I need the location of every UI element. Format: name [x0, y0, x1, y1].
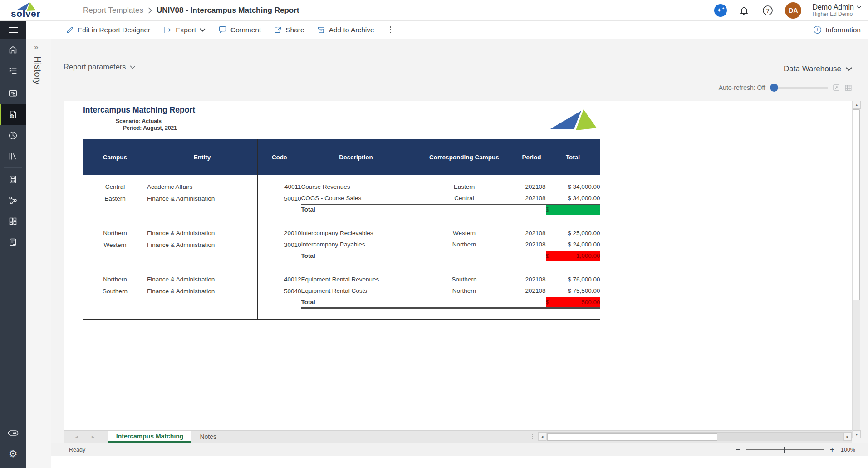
sidebar-item-tasks[interactable]	[0, 60, 26, 81]
help-icon[interactable]: ?	[761, 4, 774, 17]
total-status-cell: $ -	[546, 204, 600, 215]
user-menu[interactable]: Demo Admin Higher Ed Demo	[812, 3, 862, 17]
sheet-tab-strip: ◄ ► Intercampus Matching Notes ◄ ►	[64, 430, 852, 443]
home-icon	[8, 45, 18, 54]
spacer-row	[83, 261, 600, 273]
svg-text:?: ?	[766, 7, 770, 14]
data-warehouse-dropdown[interactable]: Data Warehouse	[784, 64, 852, 74]
checklist-icon	[8, 66, 18, 75]
tab-intercampus-matching[interactable]: Intercampus Matching	[108, 431, 192, 443]
export-icon	[163, 26, 172, 34]
table-row: Eastern Finance & Administration 50010 C…	[83, 192, 600, 204]
sidebar-item-history[interactable]	[0, 125, 26, 146]
hamburger-icon	[8, 26, 18, 34]
share-button[interactable]: Share	[274, 26, 304, 34]
horizontal-scrollbar[interactable]: ◄ ►	[538, 432, 852, 441]
col-code: Code	[258, 139, 301, 175]
zoom-out-button[interactable]: −	[736, 446, 740, 453]
report-table: Campus Entity Code Description Correspon…	[83, 139, 600, 320]
report-dollar-icon: $	[8, 110, 18, 119]
user-org: Higher Ed Demo	[812, 11, 862, 17]
svg-text:$: $	[11, 114, 13, 118]
report-search-icon	[8, 89, 18, 99]
table-header-row: Campus Entity Code Description Correspon…	[83, 139, 600, 175]
auto-refresh-control: Auto-refresh: Off	[719, 84, 852, 92]
zoom-control: − + 100%	[736, 446, 855, 453]
toggle-pill-icon	[8, 430, 19, 436]
scroll-right-button[interactable]: ►	[843, 433, 852, 441]
add-to-archive-button[interactable]: Add to Archive	[317, 26, 374, 34]
solver-logo[interactable]: solver	[0, 1, 51, 19]
sidebar-item-shortcuts[interactable]	[0, 423, 26, 443]
sidebar-item-report-preview[interactable]	[0, 83, 26, 104]
vertical-scrollbar[interactable]: ▲ ▼	[852, 101, 860, 438]
assistant-sparkle-icon[interactable]: ✦✦	[714, 4, 727, 17]
notifications-bell-icon[interactable]	[738, 4, 750, 17]
status-bar: Ready − + 100%	[51, 443, 868, 456]
app-sidebar: $	[0, 21, 26, 468]
calculator-icon	[8, 175, 18, 184]
scroll-left-button[interactable]: ◄	[538, 433, 546, 441]
library-books-icon	[8, 152, 18, 161]
sidebar-item-library[interactable]	[0, 146, 26, 167]
sidebar-item-connections[interactable]	[0, 190, 26, 211]
auto-refresh-slider-track	[770, 87, 828, 89]
grid-view-icon[interactable]	[844, 84, 852, 92]
menu-toggle-button[interactable]	[0, 21, 26, 39]
group-total-row: Total $ 1,000.00	[83, 251, 600, 261]
edit-in-report-designer-button[interactable]: Edit in Report Designer	[66, 26, 150, 34]
clipboard-check-icon	[8, 237, 18, 247]
table-row: Northern Finance & Administration 20010 …	[83, 227, 600, 239]
history-expand-chevrons[interactable]: »	[34, 43, 38, 52]
popout-icon[interactable]	[833, 84, 840, 91]
comment-button[interactable]: Comment	[218, 26, 261, 34]
table-row: Western Finance & Administration 30010 I…	[83, 239, 600, 251]
user-name: Demo Admin	[812, 3, 854, 11]
share-nodes-icon	[8, 196, 18, 205]
scroll-down-button[interactable]: ▼	[853, 430, 861, 438]
col-total: Total	[546, 139, 600, 175]
zoom-slider-thumb[interactable]	[784, 447, 785, 453]
sheet-next-button[interactable]: ►	[91, 434, 95, 439]
history-panel-title: History	[32, 56, 43, 84]
total-status-cell: $ 1,000.00	[546, 251, 600, 261]
zoom-in-button[interactable]: +	[830, 446, 834, 453]
sheet-prev-button[interactable]: ◄	[74, 434, 79, 439]
sidebar-item-home[interactable]	[0, 39, 26, 60]
breadcrumb-report-templates[interactable]: Report Templates	[83, 6, 143, 15]
zoom-level: 100%	[841, 447, 855, 453]
col-entity: Entity	[147, 139, 258, 175]
avatar[interactable]: DA	[785, 2, 801, 19]
report-parameters-chevron-icon	[130, 65, 136, 69]
horizontal-scrollbar-thumb[interactable]	[547, 433, 717, 441]
data-warehouse-chevron-icon	[846, 67, 852, 71]
sidebar-item-calculator[interactable]	[0, 169, 26, 190]
auto-refresh-label: Auto-refresh: Off	[719, 84, 765, 91]
tab-notes[interactable]: Notes	[191, 431, 225, 443]
sidebar-item-approvals[interactable]	[0, 232, 26, 252]
tabstrip-resize-handle[interactable]	[528, 431, 538, 443]
sidebar-separator	[4, 167, 22, 168]
toolbar-more-button[interactable]	[387, 25, 394, 35]
vertical-scrollbar-thumb[interactable]	[853, 109, 860, 300]
export-chevron-icon	[200, 28, 206, 32]
col-description: Description	[301, 139, 411, 175]
report-panel: Intercampus Matching Report Scenario: Ac…	[64, 101, 852, 430]
sidebar-item-settings[interactable]: ⚙	[0, 443, 26, 464]
table-row: Central Academic Affairs 40011 Course Re…	[83, 181, 600, 192]
auto-refresh-slider-knob[interactable]	[770, 84, 778, 92]
breadcrumb: Report Templates UNIV08 - Intercampus Ma…	[83, 6, 299, 15]
report-scenario: Scenario: Actuals	[116, 118, 162, 124]
sidebar-item-dashboards[interactable]	[0, 211, 26, 232]
col-corresponding-campus: Corresponding Campus	[411, 139, 518, 175]
auto-refresh-slider[interactable]	[770, 84, 828, 92]
information-button[interactable]: i Information	[813, 25, 868, 34]
scroll-up-button[interactable]: ▲	[853, 101, 861, 109]
export-button[interactable]: Export	[163, 26, 206, 34]
sidebar-item-reports-active[interactable]: $	[0, 104, 26, 125]
total-status-cell: $ 500.00	[546, 297, 600, 308]
status-ready: Ready	[69, 447, 85, 453]
zoom-slider[interactable]	[746, 447, 824, 453]
topbar-actions: ✦✦ ? DA Demo Admin Higher Ed Demo	[714, 2, 868, 19]
report-parameters-toggle[interactable]: Report parameters	[64, 63, 136, 71]
